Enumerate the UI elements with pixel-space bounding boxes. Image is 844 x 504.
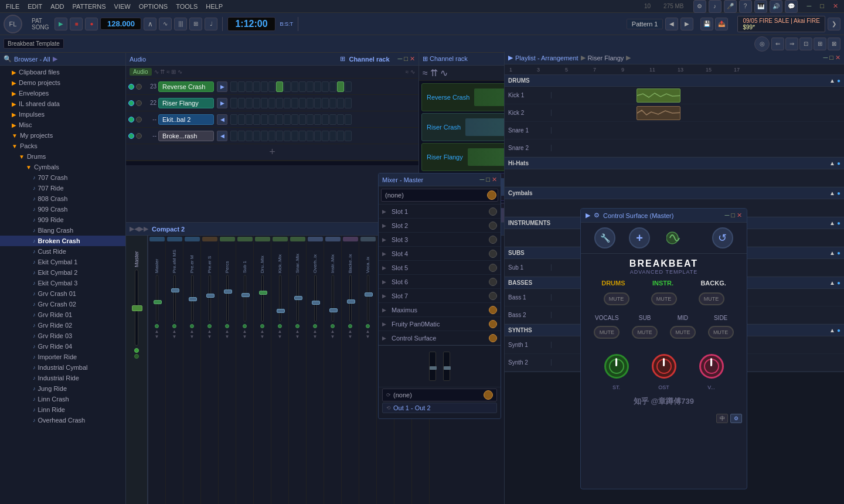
- out-fader-track-l[interactable]: [429, 352, 436, 381]
- playlist-block-kick1[interactable]: [637, 88, 680, 103]
- subs-expand[interactable]: ▲: [829, 250, 835, 256]
- cr-minimize[interactable]: ─: [398, 55, 403, 63]
- slot-btn[interactable]: [489, 320, 497, 328]
- pad[interactable]: [276, 81, 283, 92]
- fader-track[interactable]: [209, 275, 211, 322]
- fader-knob[interactable]: [171, 288, 179, 292]
- sidebar-item-grvcrash02[interactable]: ♪ Grv Crash 02: [0, 299, 125, 309]
- pad[interactable]: [261, 131, 268, 141]
- pl-close[interactable]: ✕: [835, 54, 840, 62]
- fader-knob[interactable]: [294, 296, 302, 300]
- sidebar-item-clipboard[interactable]: ▶ Clipboard files: [0, 67, 125, 77]
- fader-down-btn[interactable]: ▼: [331, 334, 335, 339]
- ch-settings-4[interactable]: ◀: [217, 131, 227, 141]
- pattern-next[interactable]: ▶: [680, 18, 693, 30]
- pad[interactable]: [307, 131, 314, 141]
- tb-btn2[interactable]: ⇒: [785, 38, 798, 50]
- cs-mute-vocals[interactable]: MUTE: [594, 326, 620, 339]
- sidebar-item-misc[interactable]: ▶ Misc: [0, 120, 125, 130]
- fader-track[interactable]: [173, 275, 176, 322]
- tempo-display[interactable]: 128.000: [100, 18, 141, 30]
- win-maximize[interactable]: □: [816, 1, 828, 11]
- ch-name-4[interactable]: Broke...rash: [158, 131, 214, 141]
- cs-plus-icon[interactable]: +: [629, 227, 650, 248]
- ch-name-2[interactable]: Riser Flangy: [158, 98, 214, 108]
- sidebar-item-packs[interactable]: ▼ Packs: [0, 141, 125, 151]
- fader-track[interactable]: [244, 275, 246, 322]
- mixer-slot-control[interactable]: ▶ Control Surface: [379, 331, 501, 345]
- help-btn[interactable]: ?: [739, 0, 752, 13]
- slot-btn[interactable]: [489, 264, 497, 272]
- mixer-slot-2[interactable]: ▶ Slot 2: [379, 219, 501, 233]
- ch-scrollbar[interactable]: [126, 161, 418, 165]
- stop-button[interactable]: ■: [70, 18, 83, 30]
- playlist-block-kick2[interactable]: [637, 106, 680, 120]
- win-close[interactable]: ✕: [829, 1, 842, 11]
- mixer-slot-3[interactable]: ▶ Slot 3: [379, 233, 501, 247]
- pad[interactable]: [268, 98, 275, 108]
- menu-edit[interactable]: EDIT: [24, 2, 46, 11]
- ch-name-1[interactable]: Reverse Crash: [158, 81, 214, 92]
- cs-maximize[interactable]: □: [731, 212, 735, 219]
- menu-patterns[interactable]: PATTERNS: [69, 2, 110, 11]
- fader-up-btn[interactable]: ▲: [225, 329, 230, 334]
- mixer-slot-4[interactable]: ▶ Slot 4: [379, 247, 501, 261]
- pad[interactable]: [329, 114, 336, 125]
- pad[interactable]: [322, 81, 329, 92]
- track-content-kick1[interactable]: [552, 87, 844, 104]
- synths-add[interactable]: ●: [837, 327, 840, 333]
- track-content-hihats[interactable]: [552, 169, 844, 186]
- fader-down-btn[interactable]: ▼: [172, 334, 177, 339]
- sidebar-item-broken-crash[interactable]: ♪ Broken Crash: [0, 236, 125, 246]
- pad[interactable]: [284, 81, 291, 92]
- cymbals-expand[interactable]: ▲: [829, 190, 835, 196]
- sidebar-item-grvride01[interactable]: ♪ Grv Ride 01: [0, 309, 125, 320]
- pad[interactable]: [307, 98, 314, 108]
- mp-maximize[interactable]: □: [486, 176, 490, 183]
- pad[interactable]: [299, 98, 306, 108]
- ch-led-1b[interactable]: [136, 84, 142, 90]
- fader-knob[interactable]: [241, 293, 250, 297]
- tb-btn4[interactable]: ⊞: [814, 38, 826, 50]
- tempo-up[interactable]: ∧: [144, 18, 156, 30]
- hihats-add[interactable]: ●: [837, 160, 840, 166]
- pad[interactable]: [261, 98, 268, 108]
- pad[interactable]: [261, 81, 268, 92]
- pad[interactable]: [322, 114, 329, 125]
- pad[interactable]: [291, 131, 298, 141]
- pad[interactable]: [276, 114, 283, 125]
- fader-track[interactable]: [191, 275, 193, 322]
- wf-ctrl-btn2[interactable]: ⇈: [430, 67, 438, 79]
- pad[interactable]: [246, 114, 253, 125]
- sidebar-item-industrial-cymbal[interactable]: ♪ Industrial Cymbal: [0, 362, 125, 373]
- fader-knob[interactable]: [312, 301, 320, 305]
- sidebar-item-impulses[interactable]: ▶ Impulses: [0, 109, 125, 120]
- play-button[interactable]: ▶: [55, 18, 67, 30]
- pad[interactable]: [307, 81, 314, 92]
- sidebar-item-808crash[interactable]: ♪ 808 Crash: [0, 193, 125, 204]
- fader-knob[interactable]: [365, 292, 373, 297]
- out-fader-knob-l[interactable]: [430, 366, 437, 370]
- pad[interactable]: [314, 81, 321, 92]
- fader-track[interactable]: [261, 275, 264, 322]
- pad[interactable]: [246, 81, 253, 92]
- slot-btn[interactable]: [489, 278, 497, 286]
- fader-knob[interactable]: [224, 290, 232, 294]
- slot-btn[interactable]: [489, 306, 497, 314]
- ch-led-3b[interactable]: [136, 117, 142, 122]
- save-btn[interactable]: 💾: [700, 18, 713, 30]
- fader-knob[interactable]: [154, 300, 162, 304]
- wave-btn[interactable]: ∿: [159, 18, 172, 30]
- pad[interactable]: [314, 98, 321, 108]
- inst-add[interactable]: ●: [837, 220, 840, 226]
- fader-down-btn[interactable]: ▼: [155, 334, 159, 339]
- pad[interactable]: [246, 98, 253, 108]
- pad[interactable]: [329, 81, 336, 92]
- mp-close[interactable]: ✕: [492, 176, 497, 183]
- fader-track[interactable]: [226, 275, 229, 322]
- sidebar-item-707crash[interactable]: ♪ 707 Crash: [0, 172, 125, 183]
- pad[interactable]: [345, 98, 352, 108]
- sidebar-item-jung-ride[interactable]: ♪ Jung Ride: [0, 383, 125, 394]
- slot-btn[interactable]: [489, 222, 497, 230]
- ch-led-4[interactable]: [128, 133, 134, 139]
